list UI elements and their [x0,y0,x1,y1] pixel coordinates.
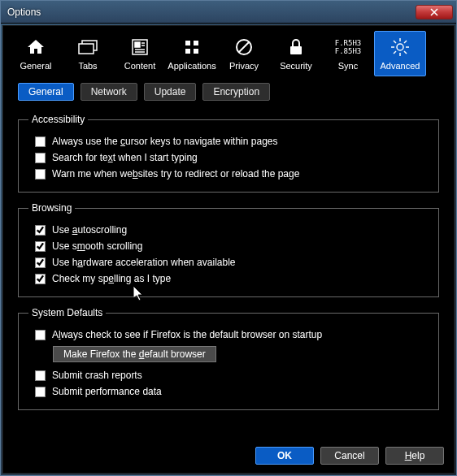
checkbox[interactable] [35,136,46,147]
svg-rect-8 [194,41,198,45]
close-icon [430,8,438,16]
gear-icon [390,37,411,58]
toolbar-label: Applications [168,61,215,71]
check-label: Use smooth scrolling [52,240,142,252]
check-label: Use hardware acceleration when available [52,257,236,268]
check-label: Always check to see if Firefox is the de… [52,329,322,340]
check-default-browser[interactable]: Always check to see if Firefox is the de… [35,327,429,343]
toolbar-label: Sync [338,61,358,71]
check-autoscrolling[interactable]: Use autoscrolling [35,222,429,238]
check-label: Submit performance data [52,386,162,397]
check-label: Check my spelling as I type [52,273,171,284]
group-accessibility: Accessibility Always use the cursor keys… [18,114,439,193]
svg-line-20 [404,51,407,54]
make-default-button[interactable]: Make Firefox the default browser [53,346,216,362]
panel-general: Accessibility Always use the cursor keys… [3,107,454,440]
check-cursor-keys[interactable]: Always use the cursor keys to navigate w… [35,133,429,149]
checkbox[interactable] [35,225,46,236]
content-area: General Tabs Content Applications Privac… [2,25,455,474]
svg-line-22 [404,41,407,43]
checkbox[interactable] [35,370,46,381]
check-crash-reports[interactable]: Submit crash reports [35,367,429,383]
group-system-defaults: System Defaults Always check to see if F… [18,307,439,410]
svg-rect-13 [290,46,302,54]
checkbox[interactable] [35,257,46,268]
toolbar-tabs[interactable]: Tabs [62,31,114,76]
checkbox[interactable] [35,387,46,397]
help-button[interactable]: Help [385,447,444,465]
toolbar-security[interactable]: Security [270,31,322,76]
checkbox[interactable] [35,169,46,180]
svg-line-19 [394,41,396,43]
check-spelling[interactable]: Check my spelling as I type [35,270,429,287]
lock-icon [285,37,307,58]
check-smooth-scrolling[interactable]: Use smooth scrolling [35,238,429,254]
subtab-encryption[interactable]: Encryption [202,83,270,101]
toolbar-label: Content [124,61,156,71]
check-warn-redirect[interactable]: Warn me when websites try to redirect or… [35,166,429,182]
group-legend: Accessibility [28,114,88,125]
svg-rect-2 [135,42,140,47]
toolbar-privacy[interactable]: Privacy [218,31,270,76]
check-perf-data[interactable]: Submit performance data [35,383,429,400]
subtab-update[interactable]: Update [144,83,197,101]
svg-line-21 [394,51,396,54]
options-window: Options General Tabs Content Application… [0,0,457,476]
svg-rect-10 [194,49,198,54]
ok-button[interactable]: OK [255,447,314,465]
checkbox[interactable] [35,153,46,163]
check-search-typing[interactable]: Search for text when I start typing [35,149,429,166]
group-browsing: Browsing Use autoscrolling Use smooth sc… [18,202,439,297]
toolbar-label: General [20,61,51,71]
svg-rect-9 [185,49,190,54]
svg-rect-0 [79,44,94,54]
subtabs: General Network Update Encryption [3,80,454,107]
sync-icon: F.R5H3F.85H3 [337,37,359,58]
checkbox[interactable] [35,330,46,340]
toolbar-label: Privacy [229,61,259,71]
group-legend: Browsing [28,202,75,214]
privacy-icon [233,37,255,58]
toolbar-applications[interactable]: Applications [166,31,218,76]
toolbar-content[interactable]: Content [114,31,166,76]
check-label: Always use the cursor keys to navigate w… [52,136,277,147]
close-button[interactable] [416,5,453,19]
subtab-general[interactable]: General [18,83,74,101]
tabs-icon [77,37,98,58]
checkbox[interactable] [35,274,46,284]
cancel-button[interactable]: Cancel [320,447,379,465]
checkbox[interactable] [35,241,46,252]
category-toolbar: General Tabs Content Applications Privac… [3,26,454,80]
toolbar-sync[interactable]: F.R5H3F.85H3 Sync [322,31,374,76]
content-icon [129,37,150,58]
check-label: Use autoscrolling [52,224,127,236]
check-label: Submit crash reports [52,370,142,381]
svg-line-12 [239,42,249,52]
group-legend: System Defaults [28,307,106,318]
window-title: Options [7,6,416,18]
toolbar-label: Security [280,61,312,71]
applications-icon [181,37,202,58]
check-hw-accel[interactable]: Use hardware acceleration when available [35,254,429,270]
toolbar-label: Advanced [381,61,420,71]
svg-point-14 [397,44,403,50]
check-label: Warn me when websites try to redirect or… [52,168,299,180]
subtab-network[interactable]: Network [81,83,137,101]
toolbar-advanced[interactable]: Advanced [374,31,426,76]
dialog-buttons: OK Cancel Help [3,440,454,473]
titlebar[interactable]: Options [1,1,456,24]
check-label: Search for text when I start typing [52,152,198,163]
toolbar-general[interactable]: General [10,31,62,76]
home-icon [25,37,46,58]
svg-rect-7 [185,41,190,45]
toolbar-label: Tabs [78,61,97,71]
